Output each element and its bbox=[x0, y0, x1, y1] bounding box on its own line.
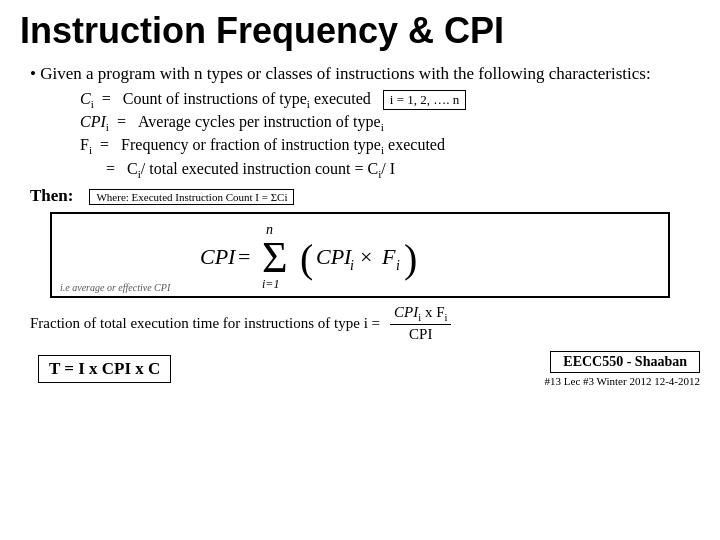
svg-text:Σ: Σ bbox=[262, 233, 288, 282]
fraction-section: Fraction of total execution time for ins… bbox=[30, 304, 700, 343]
cpii-eq: = bbox=[113, 113, 134, 131]
where-badge: Where: Executed Instruction Count I = ΣC… bbox=[89, 189, 294, 205]
svg-text:(: ( bbox=[300, 236, 313, 281]
svg-text:×: × bbox=[360, 244, 372, 269]
fi-eq2-desc: Ci/ total executed instruction count = C… bbox=[127, 160, 395, 180]
svg-text:CPI: CPI bbox=[316, 244, 353, 269]
fi-desc: Frequency or fraction of instruction typ… bbox=[121, 136, 445, 156]
fi-sub: i bbox=[89, 145, 92, 157]
page-title: Instruction Frequency & CPI bbox=[20, 10, 700, 52]
svg-text:i=1: i=1 bbox=[262, 277, 279, 291]
cpii-definition: CPIi = Average cycles per instruction of… bbox=[80, 113, 700, 133]
fraction-numerator: CPIi x Fi bbox=[390, 304, 451, 325]
bullet-symbol: • bbox=[30, 64, 40, 83]
fi-eq2-definition: = Ci/ total executed instruction count =… bbox=[80, 160, 700, 180]
svg-text:=: = bbox=[238, 244, 250, 269]
svg-text:i: i bbox=[350, 258, 354, 273]
bullet-content: Given a program with n types or classes … bbox=[40, 64, 650, 83]
fi-definition: Fi = Frequency or fraction of instructio… bbox=[80, 136, 700, 156]
formula-box: CPI = Σ n i=1 ( CPI i × F i ) i.e averag… bbox=[50, 212, 670, 298]
ci-var: Ci bbox=[80, 90, 94, 110]
cpii-desc: Average cycles per instruction of typei bbox=[138, 113, 384, 133]
ci-desc: Count of instructions of typei executed bbox=[123, 90, 371, 110]
cpii-var: CPIi bbox=[80, 113, 109, 133]
svg-text:): ) bbox=[404, 236, 417, 281]
fraction-text: Fraction of total execution time for ins… bbox=[30, 315, 380, 332]
ci-definition: Ci = Count of instructions of typei exec… bbox=[80, 90, 700, 110]
ci-eq: = bbox=[98, 90, 119, 108]
fi-eq2-indent: = bbox=[102, 160, 123, 178]
page: Instruction Frequency & CPI • Given a pr… bbox=[0, 0, 720, 540]
t-formula-badge: T = I x CPI x C bbox=[38, 355, 171, 383]
svg-text:n: n bbox=[266, 222, 273, 237]
frac-num-fi-sub: i bbox=[444, 312, 447, 323]
bullet-text: • Given a program with n types or classe… bbox=[30, 64, 700, 84]
frac-num-sub: i bbox=[418, 312, 421, 323]
fraction-display: CPIi x Fi CPI bbox=[390, 304, 451, 343]
svg-text:F: F bbox=[381, 244, 396, 269]
bullet-section: • Given a program with n types or classe… bbox=[30, 64, 700, 84]
definitions-block: Ci = Count of instructions of typei exec… bbox=[80, 90, 700, 180]
svg-text:i: i bbox=[396, 258, 400, 273]
ci-sub: i bbox=[91, 98, 94, 110]
i-range-badge: i = 1, 2, …. n bbox=[383, 90, 466, 110]
eecc-badge: EECC550 - Shaaban bbox=[550, 351, 700, 373]
fi-eq: = bbox=[96, 136, 117, 154]
svg-text:CPI: CPI bbox=[200, 244, 237, 269]
cpi-formula-svg: CPI = Σ n i=1 ( CPI i × F i ) bbox=[200, 222, 520, 292]
footer-line: #13 Lec #3 Winter 2012 12-4-2012 bbox=[545, 375, 700, 387]
fi-var: Fi bbox=[80, 136, 92, 156]
eecc-section: EECC550 - Shaaban #13 Lec #3 Winter 2012… bbox=[545, 351, 700, 387]
bottom-section: T = I x CPI x C EECC550 - Shaaban #13 Le… bbox=[30, 351, 700, 387]
fraction-denominator: CPI bbox=[405, 325, 436, 343]
formula-label: i.e average or effective CPI bbox=[60, 282, 170, 293]
t-formula: T = I x CPI x C bbox=[30, 355, 171, 383]
cpii-sub: i bbox=[106, 121, 109, 133]
then-label: Then: bbox=[30, 186, 73, 205]
then-section: Then: Where: Executed Instruction Count … bbox=[30, 186, 700, 206]
